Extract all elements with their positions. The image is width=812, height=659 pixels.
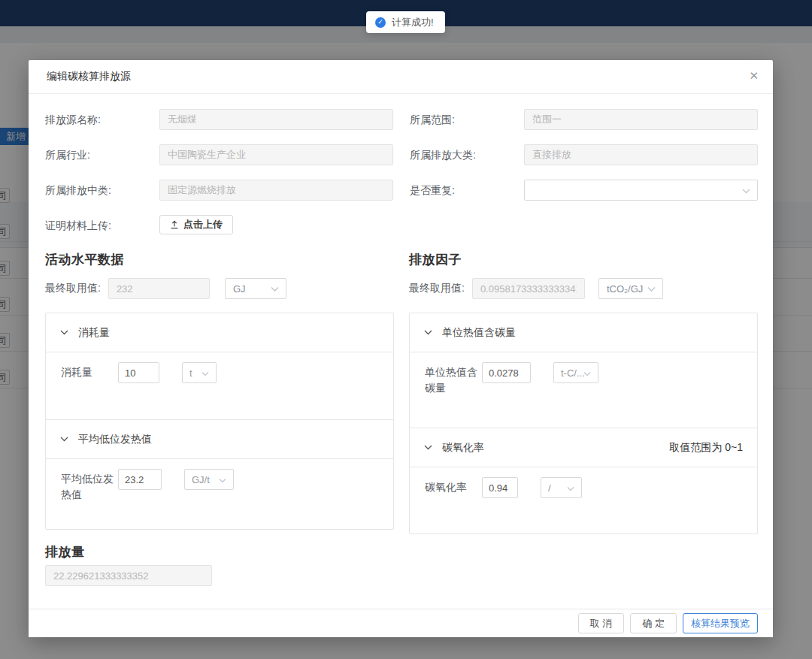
preview-result-button[interactable]: 核算结果预览 <box>683 613 758 633</box>
source-name-input <box>159 109 393 130</box>
field-major-category: 所属排放大类: <box>410 144 758 165</box>
form-row: 排放源名称: 所属范围: <box>45 109 758 130</box>
carbon-content-unit-value: t-C/... <box>561 367 585 379</box>
heating-value-panel-header[interactable]: 平均低位发热值 <box>46 420 393 459</box>
chevron-down-icon <box>647 283 656 295</box>
close-icon[interactable]: ✕ <box>749 70 759 81</box>
activity-data-column: 活动水平数据 最终取用值: GJ <box>45 251 394 534</box>
oxidation-rate-unit-select[interactable]: / <box>541 477 582 498</box>
chevron-down-icon <box>271 283 279 295</box>
carbon-content-panel-body: 单位热值含碳量 t-C/... <box>410 352 757 428</box>
heating-value-label: 平均低位发热值 <box>61 469 118 503</box>
carbon-content-input[interactable] <box>482 362 531 383</box>
industry-input <box>159 144 393 165</box>
consumption-panel-title: 消耗量 <box>78 326 110 340</box>
source-name-label: 排放源名称: <box>45 109 159 130</box>
modal-header: 编辑碳核算排放源 ✕ <box>29 60 773 94</box>
field-upload: 证明材料上传: 点击上传 <box>45 215 758 236</box>
activity-unit-value: GJ <box>233 283 246 295</box>
modal-footer: 取 消 确 定 核算结果预览 <box>29 609 773 637</box>
consumption-unit-select[interactable]: t <box>182 362 217 383</box>
is-duplicate-select[interactable] <box>524 180 758 201</box>
chevron-down-icon <box>742 183 750 197</box>
factor-collapse: 单位热值含碳量 单位热值含碳量 t-C/... <box>409 313 758 534</box>
heating-value-input[interactable] <box>118 469 162 490</box>
carbon-content-panel-title: 单位热值含碳量 <box>442 326 516 340</box>
heating-value-panel-title: 平均低位发热值 <box>78 433 152 446</box>
chevron-down-icon <box>219 474 226 485</box>
factor-unit-value: tCO₂/GJ <box>607 283 643 295</box>
chevron-down-icon <box>583 367 591 379</box>
major-category-label: 所属排放大类: <box>410 144 524 165</box>
field-mid-category: 所属排放中类: <box>45 180 393 201</box>
field-industry: 所属行业: <box>45 144 393 165</box>
mid-category-label: 所属排放中类: <box>45 180 159 201</box>
scope-label: 所属范围: <box>410 109 524 130</box>
activity-collapse: 消耗量 消耗量 t <box>45 313 394 530</box>
chevron-down-icon <box>424 445 432 450</box>
modal-body: 排放源名称: 所属范围: 所属行业: 所属排放大类: 所属排放中类: <box>29 94 773 586</box>
field-source-name: 排放源名称: <box>45 109 393 130</box>
oxidation-rate-input[interactable] <box>482 477 518 498</box>
emission-factor-column: 排放因子 最终取用值: tCO₂/GJ <box>409 251 758 534</box>
upload-icon <box>170 220 179 229</box>
carbon-content-unit-select[interactable]: t-C/... <box>553 362 598 383</box>
emission-amount-section: 排放量 <box>45 543 758 586</box>
heating-value-unit-value: GJ/t <box>192 474 210 485</box>
is-duplicate-label: 是否重复: <box>410 180 524 201</box>
field-is-duplicate: 是否重复: <box>410 180 758 201</box>
modal-title: 编辑碳核算排放源 <box>47 70 131 83</box>
upload-button-label: 点击上传 <box>183 218 223 231</box>
oxidation-rate-range-note: 取值范围为 0~1 <box>669 441 743 455</box>
oxidation-rate-panel-title: 碳氧化率 <box>442 441 484 455</box>
activity-final-input <box>108 278 210 299</box>
mid-category-input <box>159 180 393 201</box>
scope-input <box>524 109 758 130</box>
form-row: 所属排放中类: 是否重复: <box>45 180 758 201</box>
heating-value-unit-select[interactable]: GJ/t <box>184 469 234 490</box>
cancel-button[interactable]: 取 消 <box>578 613 625 633</box>
success-check-icon: ✓ <box>375 17 386 28</box>
factor-final-label: 最终取用值: <box>409 282 465 295</box>
form-row: 所属行业: 所属排放大类: <box>45 144 758 165</box>
activity-unit-select[interactable]: GJ <box>225 278 286 299</box>
confirm-button[interactable]: 确 定 <box>630 613 677 633</box>
consumption-panel-body: 消耗量 t <box>46 352 393 420</box>
consumption-unit-value: t <box>189 367 192 379</box>
major-category-input <box>524 144 758 165</box>
success-toast: ✓ 计算成功! <box>366 11 445 33</box>
consumption-label: 消耗量 <box>61 362 118 380</box>
carbon-content-panel-header[interactable]: 单位热值含碳量 <box>410 313 757 352</box>
data-columns: 活动水平数据 最终取用值: GJ <box>45 251 758 534</box>
chevron-down-icon <box>424 330 432 335</box>
chevron-down-icon <box>201 367 209 379</box>
consumption-input[interactable] <box>118 362 159 383</box>
industry-label: 所属行业: <box>45 144 159 165</box>
emission-amount-heading: 排放量 <box>45 543 758 561</box>
edit-emission-source-modal: 编辑碳核算排放源 ✕ 排放源名称: 所属范围: 所属行业: 所属排放大类: <box>29 60 773 637</box>
heating-value-panel-body: 平均低位发热值 GJ/t <box>46 459 393 529</box>
chevron-down-icon <box>60 437 68 442</box>
oxidation-rate-panel-body: 碳氧化率 / <box>410 467 757 534</box>
toast-message: 计算成功! <box>392 16 434 29</box>
oxidation-rate-panel-header[interactable]: 碳氧化率 取值范围为 0~1 <box>410 428 757 467</box>
factor-final-row: 最终取用值: tCO₂/GJ <box>409 278 758 299</box>
factor-heading: 排放因子 <box>409 251 758 268</box>
activity-final-label: 最终取用值: <box>45 282 101 295</box>
chevron-down-icon <box>567 482 574 494</box>
factor-final-input <box>472 278 585 299</box>
activity-heading: 活动水平数据 <box>45 251 394 268</box>
upload-button[interactable]: 点击上传 <box>159 215 233 234</box>
carbon-content-label: 单位热值含碳量 <box>425 362 482 396</box>
upload-label: 证明材料上传: <box>45 215 159 236</box>
emission-amount-input <box>45 565 212 586</box>
consumption-panel-header[interactable]: 消耗量 <box>46 313 393 352</box>
chevron-down-icon <box>60 330 68 335</box>
oxidation-rate-label: 碳氧化率 <box>425 477 482 495</box>
field-scope: 所属范围: <box>410 109 758 130</box>
factor-unit-select[interactable]: tCO₂/GJ <box>598 278 663 299</box>
oxidation-rate-unit-value: / <box>548 482 551 494</box>
activity-final-row: 最终取用值: GJ <box>45 278 394 299</box>
